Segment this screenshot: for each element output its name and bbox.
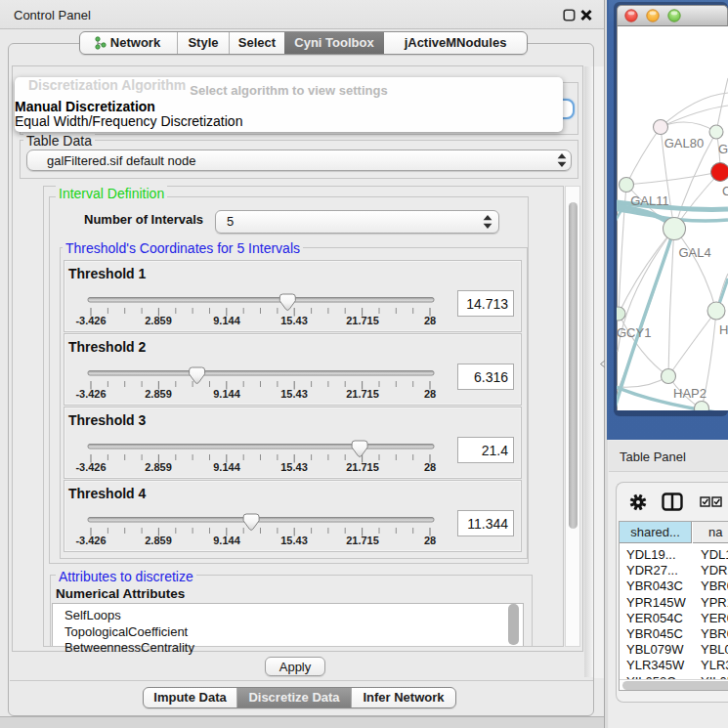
svg-text:HAP2: HAP2 [673,386,707,401]
svg-text:GCY1: GCY1 [617,325,651,340]
svg-text:GAL11: GAL11 [630,193,669,208]
svg-text:G.: G. [718,142,728,156]
svg-text:GAL4: GAL4 [678,245,710,260]
svg-text:H: H [719,322,728,337]
svg-text:C: C [722,184,728,198]
svg-text:GAL80: GAL80 [664,136,704,150]
